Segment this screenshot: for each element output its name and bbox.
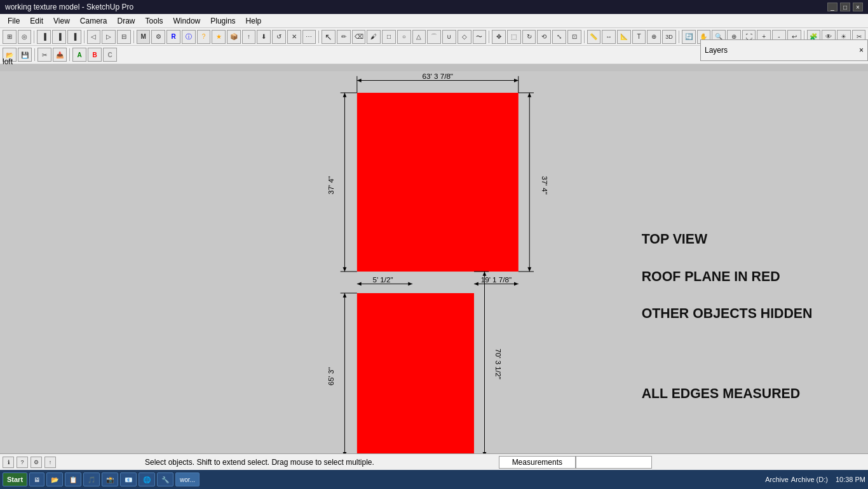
tb-follow[interactable]: ⟲: [537, 30, 551, 44]
maximize-button[interactable]: □: [840, 3, 850, 11]
taskbar-icon5[interactable]: 📸: [102, 472, 118, 486]
tb-bar3[interactable]: ▐: [67, 30, 81, 44]
layers-close[interactable]: ×: [859, 46, 864, 55]
measurements-tab: Measurements: [499, 456, 576, 469]
main-drawing: 63' 3 7/8" 37' 4" 37' 4" 5' 1/2" 19' 1 7…: [0, 71, 868, 453]
taskbar-active-window[interactable]: wor...: [175, 472, 200, 486]
status-icon2[interactable]: ?: [17, 457, 28, 468]
tb2-c[interactable]: C: [103, 48, 117, 62]
layers-label: Layers: [705, 46, 728, 55]
taskbar: Start 🖥 📂 📋 🎵 📸 📧 🌐 🔧 wor... Archive Arc…: [0, 470, 868, 489]
minimize-button[interactable]: _: [827, 3, 837, 11]
tb-bar2[interactable]: ▐: [52, 30, 66, 44]
status-icon3[interactable]: ⚙: [31, 457, 42, 468]
tb-sep5: [489, 31, 489, 43]
tb-scale[interactable]: ⤡: [552, 30, 566, 44]
tb-q-icon[interactable]: ?: [197, 30, 211, 44]
tb-gear[interactable]: ⚙: [151, 30, 165, 44]
tb-move[interactable]: ✥: [492, 30, 506, 44]
tb2-a[interactable]: A: [72, 48, 86, 62]
canvas-area[interactable]: 63' 3 7/8" 37' 4" 37' 4" 5' 1/2" 19' 1 7…: [0, 71, 868, 453]
tb-tape[interactable]: 📏: [587, 30, 601, 44]
tb-bar1[interactable]: ▐: [37, 30, 51, 44]
tb-eraser[interactable]: ⌫: [352, 30, 366, 44]
tb-x[interactable]: ✕: [287, 30, 301, 44]
tb-cam[interactable]: ⊟: [117, 30, 131, 44]
tb-circle-icon[interactable]: ◎: [18, 30, 32, 44]
tb-sep7: [679, 31, 679, 43]
tb-star[interactable]: ★: [212, 30, 226, 44]
tb-m-icon[interactable]: M: [137, 30, 151, 44]
tb-text[interactable]: T: [632, 30, 646, 44]
taskbar-icon1[interactable]: 🖥: [29, 472, 44, 486]
tb-refresh[interactable]: ↺: [272, 30, 286, 44]
annotation-line3: OTHER OBJECTS HIDDEN: [642, 306, 813, 321]
tb2-b[interactable]: B: [88, 48, 102, 62]
taskbar-icon8[interactable]: 🔧: [157, 472, 173, 486]
tb-circle2[interactable]: ○: [397, 30, 411, 44]
start-button[interactable]: Start: [3, 472, 27, 486]
dim-left-upper-arrowT: [343, 93, 347, 97]
tb-arc2[interactable]: ∪: [442, 30, 456, 44]
menu-view[interactable]: View: [48, 15, 75, 27]
measurements-box: Measurements: [499, 454, 652, 471]
tb-dim[interactable]: ↔: [602, 30, 616, 44]
status-icon4[interactable]: ↑: [44, 457, 56, 468]
tb-forward[interactable]: ▷: [102, 30, 116, 44]
tb-paint[interactable]: 🖌: [367, 30, 381, 44]
tb2-import[interactable]: 📥: [53, 48, 67, 62]
taskbar-icon2[interactable]: 📂: [46, 472, 63, 486]
tb-rect[interactable]: □: [382, 30, 396, 44]
menu-file[interactable]: File: [3, 15, 25, 27]
menu-tools[interactable]: Tools: [140, 15, 168, 27]
taskbar-icon4[interactable]: 🎵: [83, 472, 100, 486]
title-bar-controls: _ □ ×: [827, 3, 863, 11]
status-bar: ℹ ? ⚙ ↑ Select objects. Shift to extend …: [0, 453, 868, 470]
tb-axes[interactable]: ⊕: [647, 30, 661, 44]
tb-cursor[interactable]: ↖: [322, 30, 336, 44]
measurements-input[interactable]: [576, 456, 652, 469]
menu-window[interactable]: Window: [168, 15, 206, 27]
tb-arrow[interactable]: ↑: [242, 30, 256, 44]
taskbar-icon7[interactable]: 🌐: [139, 472, 155, 486]
menu-plugins[interactable]: Plugins: [205, 15, 240, 27]
dim-right-upper-text: 37' 4": [541, 176, 549, 195]
menu-bar: File Edit View Camera Draw Tools Window …: [0, 14, 868, 28]
dim-right-upper-arrowT: [527, 93, 531, 97]
tb-poly[interactable]: △: [412, 30, 426, 44]
close-button[interactable]: ×: [853, 3, 863, 11]
menu-camera[interactable]: Camera: [75, 15, 112, 27]
tb-dl[interactable]: ⬇: [257, 30, 271, 44]
dim-notch-left-text: 5' 1/2": [372, 275, 393, 284]
taskbar-icon3[interactable]: 📋: [65, 472, 81, 486]
status-icon1[interactable]: ℹ: [3, 457, 14, 468]
tb-info[interactable]: ⓘ: [182, 30, 196, 44]
tb2-cut[interactable]: ✂: [37, 48, 51, 62]
tb-back[interactable]: ◁: [87, 30, 101, 44]
menu-edit[interactable]: Edit: [25, 15, 48, 27]
tb-rotate[interactable]: ↻: [522, 30, 536, 44]
tb-pencil[interactable]: ✏: [337, 30, 351, 44]
dim-notch-right-arrowL: [474, 282, 478, 286]
tb-pkg[interactable]: 📦: [227, 30, 241, 44]
tb-arc[interactable]: ⌒: [427, 30, 441, 44]
taskbar-icon6[interactable]: 📧: [120, 472, 137, 486]
dim-notch-right-arrowR: [514, 282, 519, 286]
tb-freehand[interactable]: 〜: [473, 30, 487, 44]
tb-shape3[interactable]: ◇: [458, 30, 471, 44]
annotation-line2: ROOF PLANE IN RED: [642, 269, 780, 284]
menu-help[interactable]: Help: [241, 15, 267, 27]
tb-3dtext[interactable]: 3D: [662, 30, 676, 44]
tb-sep2: [84, 31, 85, 43]
tb-orbit[interactable]: 🔄: [682, 30, 696, 44]
tb2-save[interactable]: 💾: [18, 48, 32, 62]
dim-right-lower-text: 70' 3 1/2": [494, 348, 503, 379]
tb-r-icon[interactable]: R: [166, 30, 180, 44]
tb-push[interactable]: ⬚: [507, 30, 521, 44]
annotation-line1: TOP VIEW: [642, 231, 708, 247]
tb-offset[interactable]: ⊡: [567, 30, 581, 44]
tb-dots[interactable]: ⋯: [302, 30, 316, 44]
tb-grid-icon[interactable]: ⊞: [3, 30, 17, 44]
menu-draw[interactable]: Draw: [112, 15, 140, 27]
tb-protractor[interactable]: 📐: [617, 30, 631, 44]
